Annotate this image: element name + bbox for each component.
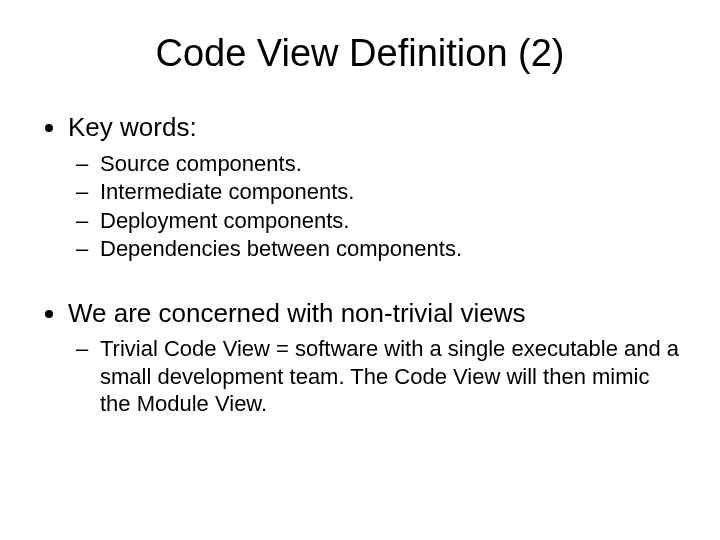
list-item: Intermediate components. [100, 178, 680, 206]
bullet-list-keywords: Key words: Source components. Intermedia… [40, 111, 680, 263]
list-item: Dependencies between components. [100, 235, 680, 263]
slide-title: Code View Definition (2) [40, 32, 680, 75]
slide-body: Key words: Source components. Intermedia… [40, 111, 680, 418]
sublist-keywords: Source components. Intermediate componen… [68, 150, 680, 263]
list-item: Trivial Code View = software with a sing… [100, 335, 680, 418]
sublist-concern: Trivial Code View = software with a sing… [68, 335, 680, 418]
bullet-concern-label: We are concerned with non-trivial views [68, 298, 526, 328]
bullet-list-concern: We are concerned with non-trivial views … [40, 297, 680, 418]
list-item: Source components. [100, 150, 680, 178]
bullet-concern: We are concerned with non-trivial views … [68, 297, 680, 418]
list-item: Deployment components. [100, 207, 680, 235]
slide: Code View Definition (2) Key words: Sour… [0, 0, 720, 540]
bullet-keywords: Key words: Source components. Intermedia… [68, 111, 680, 263]
bullet-keywords-label: Key words: [68, 112, 197, 142]
